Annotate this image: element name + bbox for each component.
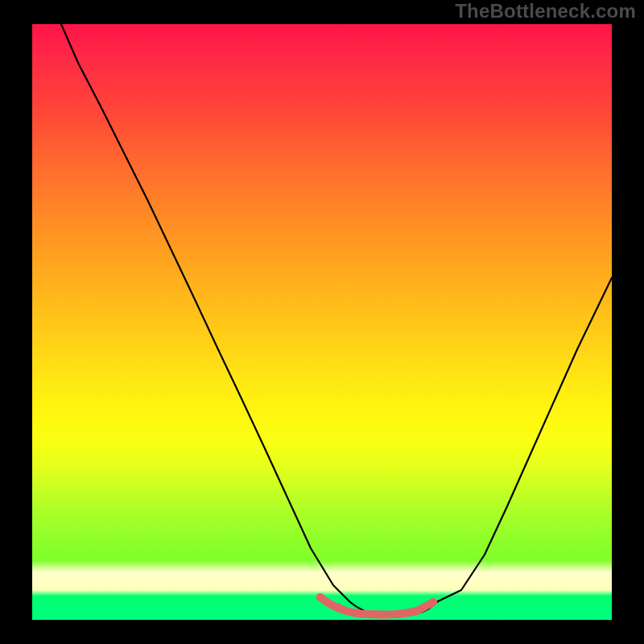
chart-canvas: TheBottleneck.com bbox=[0, 0, 644, 644]
svg-point-1 bbox=[334, 603, 342, 611]
svg-point-6 bbox=[429, 598, 437, 606]
curve-layer bbox=[32, 24, 612, 620]
svg-point-2 bbox=[353, 609, 361, 617]
svg-point-0 bbox=[316, 593, 324, 601]
bottleneck-curve bbox=[61, 24, 612, 617]
svg-point-4 bbox=[392, 610, 400, 618]
plot-area bbox=[32, 24, 612, 620]
watermark-text: TheBottleneck.com bbox=[455, 0, 636, 23]
sweet-spot-highlight bbox=[316, 593, 437, 618]
svg-point-5 bbox=[411, 607, 419, 615]
svg-point-3 bbox=[373, 610, 381, 618]
